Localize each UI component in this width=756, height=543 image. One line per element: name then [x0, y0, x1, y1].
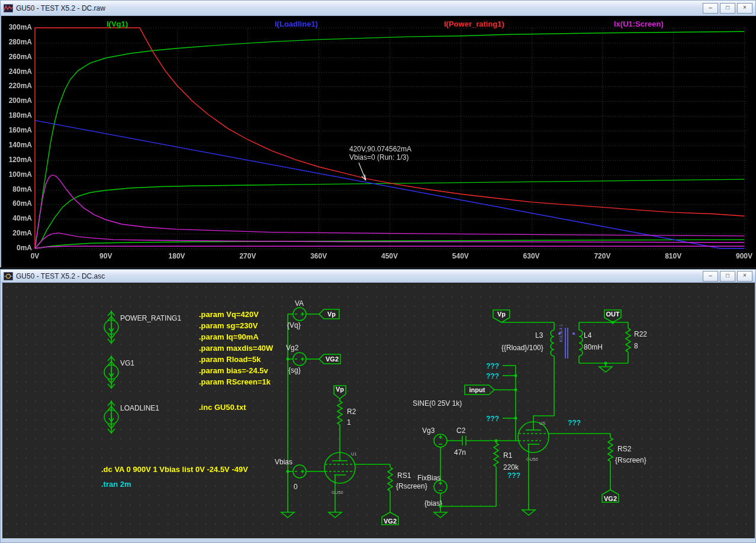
- spice-directive[interactable]: .param sg=230V: [199, 321, 258, 330]
- waveform-titlebar[interactable]: GU50 - TEST X5.2 - DC.raw – □ ×: [1, 1, 755, 16]
- component-value: {sg}: [288, 366, 301, 374]
- net-flag-vp[interactable]: Vp: [334, 386, 346, 399]
- component-label: L4: [584, 331, 592, 340]
- component-label: US: [539, 421, 545, 426]
- component-label: R1: [503, 451, 513, 460]
- component-label: Vg2: [286, 344, 299, 352]
- schematic-titlebar[interactable]: GU50 - TEST X5.2 - DC.asc – □ ×: [1, 270, 755, 283]
- ground-symbol[interactable]: [522, 510, 535, 515]
- voltage-source-va[interactable]: VA {Vq}: [287, 299, 319, 329]
- y-axis-tick-label: 80mA: [1, 185, 32, 193]
- restore-button[interactable]: □: [720, 271, 735, 282]
- x-axis-tick-label: 360V: [301, 252, 336, 260]
- component-value: 1: [347, 418, 351, 426]
- y-axis-tick-label: 300mA: [1, 23, 32, 31]
- ground-symbol[interactable]: [281, 512, 294, 518]
- resistor-r22[interactable]: R22 8: [626, 322, 647, 363]
- minimize-button[interactable]: –: [703, 271, 718, 282]
- spice-directive[interactable]: .param bias=-24.5v: [199, 366, 268, 375]
- y-axis-tick-label: 40mA: [1, 214, 32, 222]
- legend-item[interactable]: I(Power_rating1): [444, 20, 504, 28]
- component-value: {Rscreen}: [615, 456, 646, 464]
- y-axis-tick-label: 260mA: [1, 53, 32, 61]
- legend-item[interactable]: I(Loadline1): [275, 20, 318, 28]
- y-axis-tick-label: 100mA: [1, 170, 32, 179]
- resistor-rs2[interactable]: RS2 {Rscreen}: [548, 434, 646, 490]
- cursor-annotation[interactable]: 420V,90.074562mA Vbias=0 (Run: 1/3): [349, 145, 411, 161]
- component-label: LOADLINE1: [120, 404, 159, 412]
- spice-directive[interactable]: .param RScreen=1k: [199, 377, 271, 386]
- schematic-canvas[interactable]: POWER_RATING1 VG1 LOADLINE1: [2, 283, 755, 538]
- legend-item[interactable]: Ix(U1:Screen): [614, 20, 664, 28]
- current-source-loadline1[interactable]: LOADLINE1: [104, 400, 159, 434]
- component-value: 0: [294, 483, 298, 491]
- x-axis-tick-label: 630V: [514, 252, 549, 260]
- net-flag-vp[interactable]: Vp: [319, 309, 339, 319]
- component-label: RS1: [397, 471, 411, 480]
- spice-directive[interactable]: .dc VA 0 900V 1 Vbias list 0V -24.5V -49…: [101, 465, 248, 474]
- waveform-canvas[interactable]: [1, 16, 756, 267]
- close-button[interactable]: ×: [737, 271, 752, 282]
- spice-directive[interactable]: .param maxdis=40W: [199, 344, 274, 353]
- net-flag-vg2[interactable]: VG2: [319, 354, 340, 364]
- net-label: OUT: [606, 311, 620, 318]
- restore-button[interactable]: □: [720, 3, 735, 14]
- minimize-button[interactable]: –: [703, 3, 718, 14]
- voltage-source-vg2[interactable]: Vg2 {sg}: [286, 344, 319, 374]
- component-label: R22: [634, 330, 647, 338]
- unresolved-net-label[interactable]: ???: [486, 372, 499, 380]
- tube-u5[interactable]: US GU50: [518, 421, 549, 462]
- ground-symbol[interactable]: [599, 367, 612, 372]
- y-axis-tick-label: 180mA: [1, 111, 32, 119]
- y-axis-tick-label: 160mA: [1, 126, 32, 134]
- resistor-r2[interactable]: R2 1: [337, 399, 356, 452]
- unresolved-net-label[interactable]: ???: [486, 362, 499, 370]
- net-label: input: [469, 386, 485, 393]
- ground-symbol[interactable]: [434, 512, 447, 518]
- y-axis-tick-label: 20mA: [1, 229, 32, 237]
- spice-directive[interactable]: .inc GU50.txt: [199, 403, 246, 412]
- component-value: {Vq}: [287, 321, 301, 329]
- unresolved-net-label[interactable]: ???: [568, 419, 581, 427]
- spice-directive[interactable]: .param Iq=90mA: [199, 332, 259, 341]
- inductor-l3[interactable]: L3 {{Rload}/100}: [501, 322, 554, 416]
- legend-item[interactable]: I(Vg1): [107, 20, 128, 28]
- net-flag-vg2[interactable]: VG2: [602, 490, 619, 502]
- net-flag-vg2[interactable]: VG2: [382, 512, 398, 525]
- y-axis-tick-label: 120mA: [1, 156, 32, 164]
- x-axis-tick-label: 180V: [159, 252, 195, 260]
- ground-symbol[interactable]: [329, 512, 342, 518]
- component-value: SINE(0 25V 1k): [413, 399, 462, 408]
- coupling-directive[interactable]: K1L3L4 1: [559, 324, 563, 342]
- waveform-plot-area[interactable]: I(Vg1) I(Loadline1) I(Power_rating1) Ix(…: [1, 16, 756, 267]
- spice-directive[interactable]: .param Vq=420V: [199, 310, 259, 319]
- current-source-vg1[interactable]: VG1: [104, 355, 134, 389]
- net-flag-out[interactable]: OUT: [604, 310, 621, 322]
- component-label: R2: [347, 408, 356, 416]
- inductor-l4[interactable]: L4 80mH: [579, 322, 603, 363]
- y-axis-tick-label: 240mA: [1, 67, 32, 76]
- spice-comment[interactable]: .tran 2m: [101, 480, 131, 489]
- window-title: GU50 - TEST X5.2 - DC.asc: [16, 272, 703, 280]
- x-axis-tick-label: 270V: [230, 252, 265, 260]
- current-source-power-rating1[interactable]: POWER_RATING1: [104, 311, 181, 344]
- spice-directive[interactable]: .param Rload=5k: [199, 355, 261, 364]
- component-label: C2: [456, 426, 466, 435]
- component-label: VG1: [120, 359, 134, 367]
- component-label: POWER_RATING1: [120, 314, 181, 322]
- x-axis-tick-label: 720V: [584, 252, 620, 260]
- unresolved-net-label[interactable]: ???: [507, 471, 520, 480]
- net-flag-input[interactable]: input: [465, 385, 494, 395]
- component-value: 47n: [454, 448, 466, 457]
- x-axis-tick-label: 540V: [443, 252, 478, 260]
- resistor-rs1[interactable]: RS1 {Rscreen}: [355, 464, 427, 512]
- unresolved-net-label[interactable]: ???: [486, 415, 499, 423]
- tube-u1[interactable]: U1 GU50: [324, 451, 357, 495]
- component-type: GU50: [526, 457, 538, 462]
- y-axis-tick-label: 280mA: [1, 38, 32, 46]
- annotation-line1: 420V,90.074562mA: [349, 145, 411, 153]
- desktop: GU50 - TEST X5.2 - DC.raw – □ × I(Vg1) I…: [0, 0, 756, 543]
- voltage-source-vbias[interactable]: Vbias 0: [275, 458, 325, 491]
- close-button[interactable]: ×: [737, 3, 752, 14]
- net-flag-vp[interactable]: Vp: [493, 310, 510, 322]
